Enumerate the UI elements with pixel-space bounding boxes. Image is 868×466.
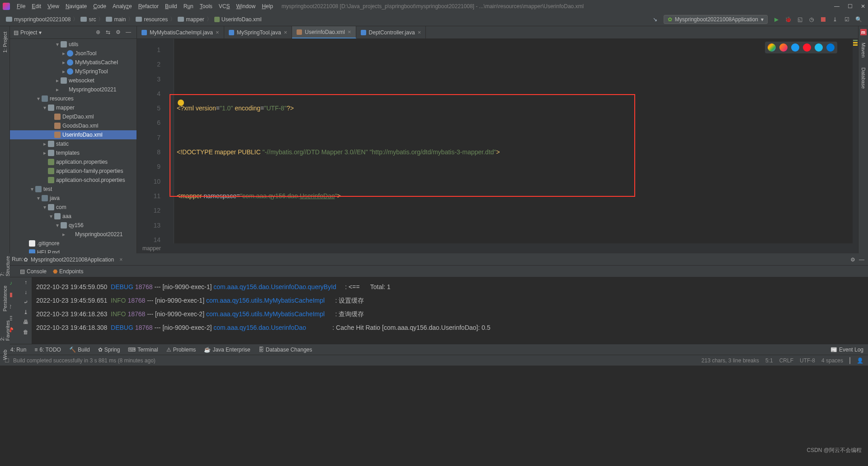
tree-row[interactable]: ▸MySpringTool [10,67,137,76]
tab-console[interactable]: ▤Console [20,268,47,275]
tree-row[interactable]: application-school.properties [10,176,137,185]
tab-persistence[interactable]: Persistence [1,283,9,314]
profile-icon[interactable]: ◷ [808,16,815,23]
tree-row[interactable]: UserinfoDao.xml [10,130,137,139]
menu-navigate[interactable]: Navigate [62,3,90,10]
search-icon[interactable]: 🔍 [855,16,862,23]
tree-row[interactable]: ▸Myspringboot20221 [10,230,137,239]
tree-row[interactable]: ▾java [10,194,137,203]
menu-vcs[interactable]: VCS [216,3,233,10]
tab-maven[interactable]: Maven [860,40,867,60]
up-icon[interactable]: ↑ [24,279,27,285]
editor-tab[interactable]: MyMybatisCacheImpl.java× [137,26,224,38]
status-position[interactable]: 5:1 [765,357,773,364]
menu-code[interactable]: Code [90,3,109,10]
close-tab-icon[interactable]: × [216,29,219,36]
ie-icon[interactable] [815,43,823,52]
tab-project[interactable]: 1: Project [1,29,9,55]
tab-endpoints[interactable]: ⬣Endpoints [53,268,83,275]
error-stripe[interactable] [853,39,858,243]
project-tree[interactable]: ▾utils▸JsonTool▸MyMybatisCacheI▸MySpring… [10,39,137,253]
tool-todo[interactable]: ≡6: TODO [34,347,61,353]
tree-row[interactable]: ▾resources [10,94,137,103]
editor-breadcrumb[interactable]: mapper [137,243,858,253]
tree-row[interactable]: ▸websocket [10,76,137,85]
tool-java-enterprise[interactable]: ☕Java Enterprise [204,347,250,353]
maximize-icon[interactable]: ☐ [848,3,853,10]
tree-row[interactable]: ▾com [10,203,137,212]
tool-problems[interactable]: ⚠Problems [166,347,196,353]
build-icon[interactable]: ↘ [651,16,659,23]
close-tab-icon[interactable]: × [284,29,288,36]
close-tab-icon[interactable]: × [119,257,123,263]
status-encoding[interactable]: UTF-8 [800,357,815,364]
debug-icon[interactable]: 🐞 [784,16,792,23]
crumb-src[interactable]: src [78,16,98,23]
hide-icon[interactable]: — [126,29,133,36]
wrap-icon[interactable]: ⤶ [24,299,28,305]
tab-database[interactable]: Database [860,65,867,91]
target-icon[interactable]: ⊕ [96,29,103,36]
tree-row[interactable]: ▾test [10,185,137,194]
run-config-selector[interactable]: ✿ Myspringboot20221008Application ▾ [664,15,768,24]
status-line-sep[interactable]: CRLF [779,357,793,364]
tree-row[interactable]: ▾utils [10,40,137,49]
console-output[interactable]: 2022-10-23 19:45:59.050 DEBUG 18768 --- … [32,277,868,344]
git-commit-icon[interactable]: ☑ [843,16,850,23]
tree-row[interactable]: ▸MyMybatisCacheI [10,58,137,67]
maven-icon[interactable]: m [860,29,867,35]
tree-row[interactable]: ▾mapper [10,103,137,112]
print-icon[interactable]: 🖶 [23,319,28,325]
fold-column[interactable] [169,39,174,243]
tree-row[interactable]: ▾aaa [10,212,137,221]
tab-web[interactable]: Web [1,347,9,362]
close-tab-icon[interactable]: × [348,29,351,35]
tree-row[interactable]: .gitignore [10,239,137,248]
menu-run[interactable]: Run [180,3,197,10]
firefox-icon[interactable] [779,43,788,52]
menu-refactor[interactable]: Refactor [135,3,162,10]
scroll-icon[interactable]: ⤓ [24,309,28,315]
lock-icon[interactable] [849,357,850,364]
menu-window[interactable]: Window [233,3,259,10]
menu-view[interactable]: View [44,3,62,10]
crumb-file[interactable]: UserinfoDao.xml [212,16,264,23]
safari-icon[interactable] [791,43,799,52]
stop-icon[interactable] [820,16,827,23]
chrome-icon[interactable] [768,43,776,52]
editor-tab[interactable]: DeptController.java× [356,26,426,38]
menu-analyze[interactable]: Analyze [109,3,135,10]
tab-favorites[interactable]: 2: Favorites [0,318,11,343]
chevron-down-icon[interactable]: ▾ [39,29,42,36]
menu-help[interactable]: Help [259,3,276,10]
edge-icon[interactable] [826,43,835,52]
gear-icon[interactable]: ⚙ [850,257,855,263]
run-icon[interactable]: ▶ [773,16,780,23]
tree-row[interactable]: HELP.md [10,248,137,253]
hide-icon[interactable]: — [859,257,864,263]
crumb-resources[interactable]: resources [133,16,170,23]
clear-icon[interactable]: 🗑 [23,329,28,335]
opera-icon[interactable] [803,43,811,52]
tree-row[interactable]: ▾qy156 [10,221,137,230]
crumb-main[interactable]: main [104,16,128,23]
editor-body[interactable]: 1234 5678 9101112 1314 <?xml version="1.… [137,39,858,243]
menu-file[interactable]: File [14,3,28,10]
inspector-icon[interactable]: 👤 [857,357,863,364]
minimize-icon[interactable]: — [834,3,840,10]
menu-tools[interactable]: Tools [197,3,216,10]
tool-build[interactable]: 🔨Build [69,347,90,353]
tree-row[interactable]: ▸templates [10,148,137,157]
menu-edit[interactable]: Edit [28,3,44,10]
tree-row[interactable]: application-family.properties [10,166,137,176]
tree-row[interactable]: ▸static [10,139,137,148]
gear-icon[interactable]: ⚙ [116,29,123,36]
crumb-mapper[interactable]: mapper [175,16,207,23]
down-icon[interactable]: ↓ [24,289,27,295]
code-area[interactable]: <?xml version="1.0" encoding="UTF-8"?> <… [174,39,853,243]
tab-structure[interactable]: 7: Structure [0,253,11,279]
close-tab-icon[interactable]: × [418,29,421,36]
close-icon[interactable]: ✕ [861,3,865,10]
status-indent[interactable]: 4 spaces [821,357,843,364]
tool-spring[interactable]: ✿Spring [98,347,120,353]
